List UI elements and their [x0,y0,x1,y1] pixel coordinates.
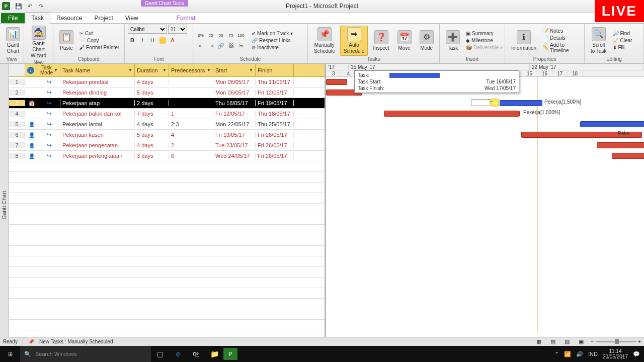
table-row-empty[interactable] [9,278,325,288]
scroll-to-task-button[interactable]: 🔍Scroll to Task [588,26,610,55]
move-button[interactable]: 📅Move [394,29,415,52]
bar-task-7[interactable] [597,142,644,148]
row-name[interactable]: Pekerjaan pengecatan [60,142,135,148]
respect-links-button[interactable]: 🔗Respect Links [251,37,294,44]
notes-button[interactable]: 📝Notes [541,28,581,34]
col-name[interactable]: Task Name▼ [60,64,135,76]
bold-button[interactable]: B [128,36,137,45]
row-finish[interactable]: Fri 26/05/17 [256,132,294,138]
inactivate-button[interactable]: ⊘Inactivate [251,44,294,51]
row-name[interactable]: Pekerjaan kusen [60,132,135,138]
bar-task-4[interactable] [384,111,520,117]
row-finish[interactable]: Fri 26/05/17 [256,142,294,148]
row-predecessors[interactable]: 4 [169,132,213,138]
row-duration[interactable]: 5 days [135,132,169,138]
row-start[interactable]: Thu 18/05/17 [213,100,256,106]
gantt-wizard-button[interactable]: 🧙Gantt Chart Wizard [27,25,50,60]
font-size-select[interactable]: 11 [168,25,187,34]
table-row-empty[interactable] [9,267,325,278]
row-predecessors[interactable]: 6 [169,153,213,159]
table-row[interactable]: 3 📅 ↪ Pekerjaan atap 2 days Thu 18/05/17… [9,98,325,109]
row-name[interactable]: Pekerjaan dinding [60,89,135,96]
tray-clock[interactable]: 11:1420/05/2017 [603,348,628,359]
milestone-button[interactable]: ◆Milestone [465,37,504,44]
underline-button[interactable]: U [148,36,157,45]
table-row-empty[interactable] [9,235,325,246]
table-row-empty[interactable] [9,172,325,183]
row-duration[interactable]: 4 days [135,79,169,85]
table-row[interactable]: 2 ↪ Pekerjaan dinding 5 days Mon 08/05/1… [9,87,325,98]
col-select-all[interactable] [9,64,25,76]
table-row-empty[interactable] [9,256,325,267]
col-predecessors[interactable]: Predecessors▼ [169,64,213,76]
unlink-button[interactable]: ⛓ [226,41,235,50]
pct25-button[interactable]: 25 [206,31,215,40]
table-row-empty[interactable] [9,299,325,309]
table-row-empty[interactable] [9,309,325,320]
tray-notifications-icon[interactable]: 💬 [633,351,640,357]
table-row-empty[interactable] [9,193,325,204]
row-start[interactable]: Mon 08/05/17 [213,79,256,85]
row-start[interactable]: Mon 22/05/17 [213,121,256,127]
pct100-button[interactable]: 100 [236,31,246,40]
row-num[interactable]: 5 [9,121,25,127]
table-row-empty[interactable] [9,320,325,330]
row-name[interactable]: Pekerjaan balok dan kol [60,111,135,117]
pct50-button[interactable]: 50 [216,31,225,40]
split-button[interactable]: ✂ [236,41,246,50]
mark-on-track-button[interactable]: ✔Mark on Track ▾ [251,30,294,37]
row-num[interactable]: 3 [9,100,25,106]
table-row[interactable]: 4 ↪ Pekerjaan balok dan kol 7 days 1 Fri… [9,109,325,119]
start-button[interactable]: ⊞ [0,351,20,357]
row-finish[interactable]: Thu 11/05/17 [256,79,294,85]
edge-icon[interactable]: e [169,350,187,358]
status-new-tasks[interactable]: New Tasks : Manually Scheduled [39,339,113,344]
pct75-button[interactable]: 75 [226,31,235,40]
indent-button[interactable]: ⇥ [206,41,215,50]
qat-undo-icon[interactable]: ↶ [25,2,34,11]
table-row[interactable]: 7 👤 ↪ Pekerjaan pengecatan 4 days 2 Tue … [9,140,325,151]
link-button[interactable]: 🔗 [216,41,225,50]
col-finish[interactable]: Finish [256,64,294,76]
zoom-slider[interactable]: − + [591,339,641,344]
col-start[interactable]: Start▼ [213,64,256,76]
table-row-empty[interactable] [9,161,325,172]
deliverable-button[interactable]: 📦Deliverable ▾ [465,44,504,51]
timeline-button[interactable]: 📏Add to Timeline [541,42,581,54]
table-row[interactable]: 6 👤 ↪ Pekerjaan kusen 5 days 4 Fri 19/05… [9,130,325,140]
table-row[interactable]: 1 ↪ Pekerjaan pondasi 4 days Mon 08/05/1… [9,77,325,87]
project-taskbar-icon[interactable]: P [223,348,237,360]
outdent-button[interactable]: ⇤ [196,41,205,50]
search-box[interactable]: 🔍Search Windows [20,346,151,362]
row-finish[interactable]: Fri 19/05/17 [256,100,294,106]
font-name-select[interactable]: Calibri [128,25,167,34]
zoom-out-icon[interactable]: − [591,339,594,344]
table-row-empty[interactable] [9,183,325,193]
qat-redo-icon[interactable]: ↷ [36,2,45,11]
task-view-icon[interactable]: ▢ [151,350,169,358]
row-duration[interactable]: 4 days [135,121,169,127]
row-finish[interactable]: Thu 18/05/17 [256,111,294,117]
tab-project[interactable]: Project [88,13,119,23]
row-duration[interactable]: 2 days [135,100,169,106]
gantt-chart-button[interactable]: 📊Gantt Chart [3,26,23,55]
pct0-button[interactable]: 0% [196,31,205,40]
row-name[interactable]: Pekerjaan atap [60,100,135,106]
task-button[interactable]: ➕Task [443,29,463,52]
view-side-tab[interactable]: Gantt Chart [0,64,9,346]
row-num[interactable]: 4 [9,111,25,117]
table-row-empty[interactable] [9,225,325,235]
tab-resource[interactable]: Resource [50,13,88,23]
paste-button[interactable]: 📋Paste [56,29,76,52]
italic-button[interactable]: I [138,36,147,45]
bar-task-1[interactable] [326,79,347,85]
tray-network-icon[interactable]: 📶 [564,351,571,357]
row-name[interactable]: Pekerjaan perlengkapan [60,153,135,159]
tray-up-icon[interactable]: ⌃ [554,351,559,357]
col-duration[interactable]: Duration▼ [135,64,169,76]
table-row-empty[interactable] [9,246,325,256]
row-start[interactable]: Fri 12/05/17 [213,111,256,117]
store-icon[interactable]: 🛍 [187,350,205,358]
clear-button[interactable]: 🧹Clear [612,37,633,44]
row-start[interactable]: Tue 23/05/17 [213,142,256,148]
